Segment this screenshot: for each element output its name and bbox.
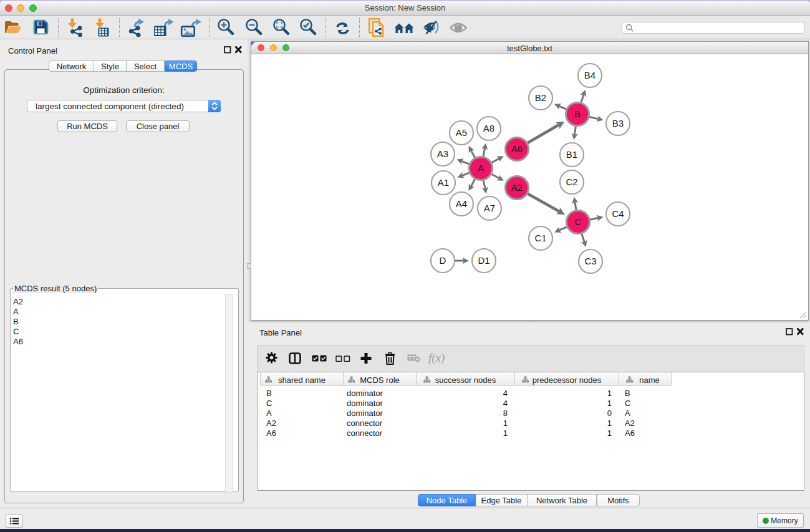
svg-text:D1: D1 — [478, 255, 489, 266]
svg-text:B1: B1 — [566, 149, 577, 160]
svg-text:A6: A6 — [511, 143, 523, 154]
svg-text:C2: C2 — [566, 177, 577, 187]
svg-text:A8: A8 — [483, 123, 494, 133]
svg-text:B2: B2 — [535, 92, 546, 103]
svg-text:A3: A3 — [437, 148, 448, 159]
svg-text:A1: A1 — [438, 177, 449, 188]
svg-text:A5: A5 — [456, 127, 467, 138]
svg-text:A2: A2 — [511, 182, 523, 193]
svg-text:B: B — [574, 109, 581, 119]
svg-text:B4: B4 — [584, 70, 595, 80]
svg-text:A: A — [478, 163, 484, 173]
svg-text:B3: B3 — [612, 118, 624, 128]
svg-text:C4: C4 — [612, 208, 624, 219]
svg-text:C3: C3 — [584, 256, 596, 266]
svg-text:A7: A7 — [484, 203, 495, 213]
svg-text:C: C — [575, 216, 582, 227]
svg-text:D: D — [440, 255, 446, 266]
svg-text:C1: C1 — [534, 233, 546, 243]
svg-text:A4: A4 — [456, 198, 467, 209]
